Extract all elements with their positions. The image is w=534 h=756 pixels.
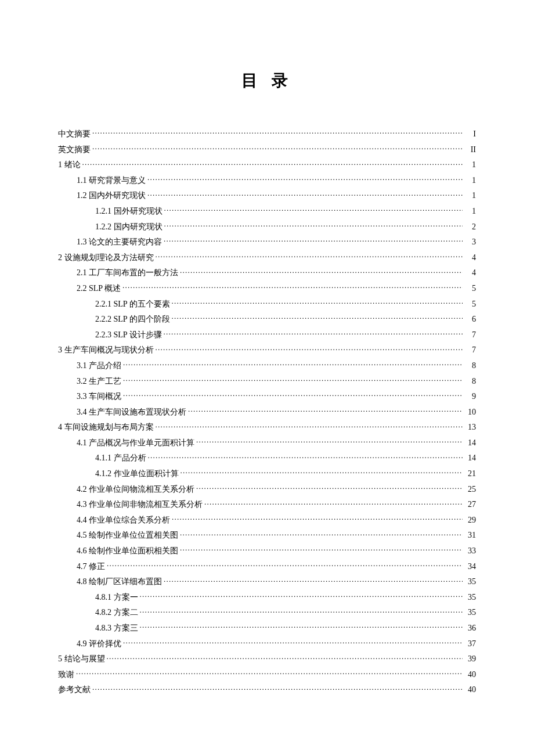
toc-entry: 致谢40 (58, 667, 476, 683)
toc-entry-page: 14 (464, 435, 476, 451)
toc-entry: 1.2.2 国内研究现状2 (58, 219, 476, 235)
toc-leader-dots (148, 454, 463, 460)
toc-entry: 4.7 修正34 (58, 559, 476, 575)
toc-entry-label: 4 车间设施规划与布局方案 (58, 420, 154, 435)
toc-entry: 4 车间设施规划与布局方案13 (58, 420, 476, 435)
toc-leader-dots (123, 377, 463, 383)
toc-entry: 4.9 评价择优37 (58, 636, 476, 652)
toc-leader-dots (164, 238, 463, 244)
toc-entry-page: I (464, 127, 476, 142)
toc-leader-dots (76, 671, 463, 677)
toc-entry-page: 8 (464, 358, 476, 374)
toc-entry: 4.1.2 作业单位面积计算21 (58, 466, 476, 482)
toc-entry-page: 35 (464, 574, 476, 590)
toc-leader-dots (123, 362, 463, 368)
toc-entry-page: 3 (464, 235, 476, 250)
toc-leader-dots (92, 145, 463, 152)
toc-entry-page: 5 (464, 297, 476, 312)
toc-entry-label: 3 生产车间概况与现状分析 (58, 343, 154, 358)
toc-entry: 2.2.2 SLP 的四个阶段6 (58, 312, 476, 327)
toc-entry-page: 4 (464, 250, 476, 266)
toc-entry-label: 1.2.1 国外研究现状 (95, 204, 163, 219)
toc-entry: 2.2.3 SLP 设计步骤7 (58, 327, 476, 343)
toc-entry-page: 5 (464, 281, 476, 297)
toc-leader-dots (180, 531, 463, 538)
toc-entry-label: 3.4 生产车间设施布置现状分析 (77, 405, 186, 420)
toc-leader-dots (122, 285, 463, 291)
toc-entry-page: 10 (464, 405, 476, 420)
toc-entry: 4.5 绘制作业单位位置相关图31 (58, 528, 476, 543)
toc-leader-dots (92, 686, 463, 692)
toc-entry-label: 4.6 绘制作业单位面积相关图 (77, 543, 178, 559)
toc-leader-dots (181, 470, 463, 476)
toc-leader-dots (156, 254, 463, 260)
toc-entry-label: 1.1 研究背景与意义 (77, 173, 146, 189)
toc-entry-label: 2.2 SLP 概述 (77, 281, 121, 297)
toc-entry-label: 4.1.2 作业单位面积计算 (95, 466, 179, 482)
toc-entry-page: 40 (464, 682, 476, 698)
toc-leader-dots (92, 130, 463, 136)
toc-leader-dots (196, 485, 463, 491)
toc-entry: 4.3 作业单位间非物流相互关系分析27 (58, 497, 476, 513)
toc-entry-label: 致谢 (58, 667, 74, 683)
toc-leader-dots (164, 578, 463, 584)
toc-entry-label: 4.9 评价择优 (77, 636, 121, 652)
toc-entry-label: 4.1.1 产品分析 (95, 451, 146, 466)
toc-entry: 1.2.1 国外研究现状1 (58, 204, 476, 219)
toc-leader-dots (188, 408, 463, 415)
toc-entry: 1 绪论1 (58, 157, 476, 173)
toc-entry-page: II (464, 142, 476, 158)
toc-entry-page: 40 (464, 667, 476, 683)
toc-leader-dots (123, 639, 463, 646)
toc-entry-page: 7 (464, 343, 476, 358)
toc-entry-page: 4 (464, 265, 476, 281)
toc-entry-label: 5 结论与展望 (58, 651, 105, 667)
toc-entry-page: 1 (464, 204, 476, 219)
toc-entry-label: 4.8 绘制厂区详细布置图 (77, 574, 162, 590)
toc-entry-label: 4.8.2 方案二 (95, 605, 138, 621)
toc-entry-page: 37 (464, 636, 476, 652)
toc-entry-page: 1 (464, 188, 476, 204)
toc-entry-page: 39 (464, 651, 476, 667)
toc-leader-dots (107, 655, 463, 661)
toc-entry-page: 6 (464, 312, 476, 327)
toc-entry: 3 生产车间概况与现状分析7 (58, 343, 476, 358)
toc-title: 目 录 (58, 70, 476, 92)
toc-entry-label: 4.8.3 方案三 (95, 621, 138, 636)
toc-entry-label: 2.2.2 SLP 的四个阶段 (95, 312, 170, 327)
toc-entry: 4.8 绘制厂区详细布置图35 (58, 574, 476, 590)
toc-leader-dots (164, 207, 463, 214)
toc-entry-label: 4.7 修正 (77, 559, 105, 575)
toc-leader-dots (164, 331, 463, 337)
toc-entry-page: 1 (464, 173, 476, 189)
toc-entry-label: 4.4 作业单位综合关系分析 (77, 513, 170, 528)
toc-entry-label: 英文摘要 (58, 142, 91, 158)
toc-entry: 4.1.1 产品分析14 (58, 451, 476, 466)
toc-entry: 参考文献40 (58, 682, 476, 698)
toc-entry: 中文摘要I (58, 127, 476, 142)
toc-entry-page: 33 (464, 543, 476, 559)
toc-leader-dots (82, 161, 463, 167)
toc-leader-dots (140, 593, 463, 600)
toc-entry-label: 中文摘要 (58, 127, 91, 142)
toc-entry: 4.8.3 方案三36 (58, 621, 476, 636)
toc-entry: 1.3 论文的主要研究内容3 (58, 235, 476, 250)
toc-leader-dots (140, 609, 463, 615)
toc-entry-page: 1 (464, 157, 476, 173)
toc-leader-dots (180, 269, 463, 275)
toc-entry-page: 25 (464, 482, 476, 498)
toc-entry: 4.1 产品概况与作业单元面积计算14 (58, 435, 476, 451)
toc-entry-label: 1.2 国内外研究现状 (77, 188, 146, 204)
toc-entry-label: 1 绪论 (58, 157, 81, 173)
toc-entry-label: 1.2.2 国内研究现状 (95, 219, 163, 235)
toc-entry-page: 8 (464, 374, 476, 390)
toc-container: 中文摘要I英文摘要II1 绪论11.1 研究背景与意义11.2 国内外研究现状1… (58, 127, 476, 698)
toc-leader-dots (107, 562, 463, 568)
toc-entry-page: 29 (464, 513, 476, 528)
toc-entry-page: 34 (464, 559, 476, 575)
toc-entry-page: 9 (464, 389, 476, 405)
toc-entry-label: 4.8.1 方案一 (95, 590, 138, 606)
toc-entry: 4.8.2 方案二35 (58, 605, 476, 621)
toc-entry-label: 3.1 产品介绍 (77, 358, 121, 374)
toc-entry-label: 2.2.3 SLP 设计步骤 (95, 327, 162, 343)
